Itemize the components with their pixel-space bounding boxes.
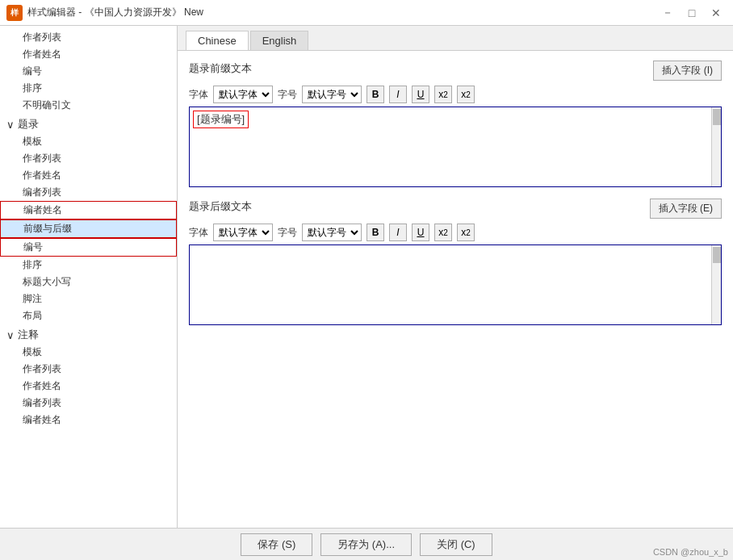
bottom-bar: 保存 (S) 另存为 (A)... 关闭 (C): [0, 528, 733, 560]
sidebar-item-number-top[interactable]: 编号: [0, 63, 177, 80]
sidebar-item-tilu-layout[interactable]: 布局: [0, 307, 177, 324]
sidebar-item-tilu-template[interactable]: 模板: [0, 133, 177, 150]
sidebar-item-tilu-prefix-suffix[interactable]: 前缀与后缀: [0, 219, 177, 238]
prefix-subscript-button[interactable]: x2: [434, 86, 452, 103]
sidebar-item-sort-top[interactable]: 排序: [0, 80, 177, 97]
prefix-text-content: [题录编号]: [193, 111, 718, 183]
sidebar-item-zhushi-template[interactable]: 模板: [0, 344, 177, 361]
suffix-font-label: 字体: [189, 226, 208, 240]
prefix-size-label: 字号: [278, 88, 297, 102]
suffix-text-content: [193, 249, 718, 321]
title-bar-left: 样 样式编辑器 - 《中国人力资源开发》 New: [6, 5, 203, 21]
suffix-bold-button[interactable]: B: [366, 224, 384, 241]
title-bar: 样 样式编辑器 - 《中国人力资源开发》 New － □ ✕: [0, 0, 733, 26]
close-dialog-button[interactable]: 关闭 (C): [420, 533, 492, 556]
prefix-scrollbar[interactable]: [711, 107, 721, 186]
suffix-font-select[interactable]: 默认字体: [213, 224, 273, 241]
suffix-format-toolbar: 字体 默认字体 字号 默认字号 B I U x2 x2: [189, 224, 722, 241]
suffix-size-select[interactable]: 默认字号: [302, 224, 362, 241]
prefix-format-toolbar: 字体 默认字体 字号 默认字号 B I U x2 x2: [189, 86, 722, 103]
sidebar-item-tilu-editorname[interactable]: 编者姓名: [0, 201, 177, 219]
insert-field-suffix-button[interactable]: 插入字段 (E): [650, 199, 722, 219]
suffix-text-box[interactable]: [189, 244, 722, 325]
sidebar-item-tilu-titlecase[interactable]: 标题大小写: [0, 274, 177, 290]
sidebar-item-author-list-top[interactable]: 作者列表: [0, 29, 177, 46]
prefix-superscript-button[interactable]: x2: [457, 86, 475, 103]
watermark: CSDN @zhou_x_b: [653, 547, 728, 557]
save-as-button[interactable]: 另存为 (A)...: [320, 533, 412, 556]
suffix-section-header: 题录后缀文本 插入字段 (E): [189, 199, 722, 219]
prefix-section: 题录前缀文本 插入字段 (I) 字体 默认字体 字号 默认字号 B I U x2: [189, 61, 722, 187]
chevron-down-icon-2: ∨: [6, 329, 15, 341]
sidebar-item-tilu-authorname[interactable]: 作者姓名: [0, 167, 177, 184]
prefix-font-select[interactable]: 默认字体: [213, 86, 273, 103]
sidebar-item-tilu-authorlist[interactable]: 作者列表: [0, 150, 177, 167]
prefix-underline-button[interactable]: U: [412, 86, 429, 103]
panel: 题录前缀文本 插入字段 (I) 字体 默认字体 字号 默认字号 B I U x2: [178, 51, 733, 528]
app-icon: 样: [6, 5, 23, 21]
prefix-size-select[interactable]: 默认字号: [302, 86, 362, 103]
sidebar-item-zhushi-authorname[interactable]: 作者姓名: [0, 378, 177, 395]
sidebar-item-zhushi-editorname[interactable]: 编者姓名: [0, 412, 177, 428]
tab-chinese[interactable]: Chinese: [186, 31, 249, 50]
window-controls: － □ ✕: [657, 5, 727, 21]
prefix-bold-button[interactable]: B: [366, 86, 384, 103]
tab-english[interactable]: English: [250, 31, 309, 50]
sidebar-group-tilu-label: 题录: [18, 117, 39, 132]
suffix-scrollbar[interactable]: [711, 245, 721, 324]
suffix-superscript-button[interactable]: x2: [457, 224, 475, 241]
sidebar: 作者列表 作者姓名 编号 排序 不明确引文 ∨ 题录 模板 作者列表 作者姓名 …: [0, 26, 178, 528]
sidebar-item-tilu-editorlist[interactable]: 编者列表: [0, 184, 177, 201]
save-button[interactable]: 保存 (S): [241, 533, 312, 556]
sidebar-item-tilu-footnote[interactable]: 脚注: [0, 290, 177, 307]
suffix-section: 题录后缀文本 插入字段 (E) 字体 默认字体 字号 默认字号 B I U x2: [189, 199, 722, 325]
chevron-down-icon: ∨: [6, 119, 15, 131]
suffix-italic-button[interactable]: I: [389, 224, 407, 241]
sidebar-group-zhushi[interactable]: ∨ 注释: [0, 324, 177, 344]
sidebar-item-zhushi-editorlist[interactable]: 编者列表: [0, 395, 177, 412]
sidebar-item-tilu-numbering[interactable]: 编号: [0, 238, 177, 257]
suffix-subscript-button[interactable]: x2: [434, 224, 452, 241]
tab-bar: Chinese English: [178, 26, 733, 51]
field-tag-tilu-number: [题录编号]: [193, 111, 249, 128]
sidebar-item-author-name-top[interactable]: 作者姓名: [0, 46, 177, 63]
sidebar-item-tilu-sort[interactable]: 排序: [0, 257, 177, 274]
insert-field-prefix-button[interactable]: 插入字段 (I): [653, 61, 722, 81]
prefix-section-header: 题录前缀文本 插入字段 (I): [189, 61, 722, 81]
suffix-scroll-thumb[interactable]: [713, 247, 721, 263]
sidebar-item-zhushi-authorlist[interactable]: 作者列表: [0, 361, 177, 378]
sidebar-item-ambiguous-citation[interactable]: 不明确引文: [0, 97, 177, 114]
prefix-font-label: 字体: [189, 88, 208, 102]
suffix-size-label: 字号: [278, 226, 297, 240]
prefix-scroll-thumb[interactable]: [713, 109, 721, 125]
sidebar-group-tilu[interactable]: ∨ 题录: [0, 114, 177, 133]
window-title: 样式编辑器 - 《中国人力资源开发》 New: [27, 6, 203, 19]
prefix-italic-button[interactable]: I: [389, 86, 407, 103]
main-container: 作者列表 作者姓名 编号 排序 不明确引文 ∨ 题录 模板 作者列表 作者姓名 …: [0, 26, 733, 528]
prefix-section-label: 题录前缀文本: [189, 61, 252, 76]
content-area: Chinese English 题录前缀文本 插入字段 (I) 字体 默认字体: [178, 26, 733, 528]
suffix-section-label: 题录后缀文本: [189, 199, 252, 214]
suffix-underline-button[interactable]: U: [412, 224, 429, 241]
close-button[interactable]: ✕: [706, 5, 727, 21]
maximize-button[interactable]: □: [681, 5, 702, 21]
sidebar-group-zhushi-label: 注释: [18, 328, 39, 342]
minimize-button[interactable]: －: [657, 5, 678, 21]
prefix-text-box[interactable]: [题录编号]: [189, 107, 722, 187]
